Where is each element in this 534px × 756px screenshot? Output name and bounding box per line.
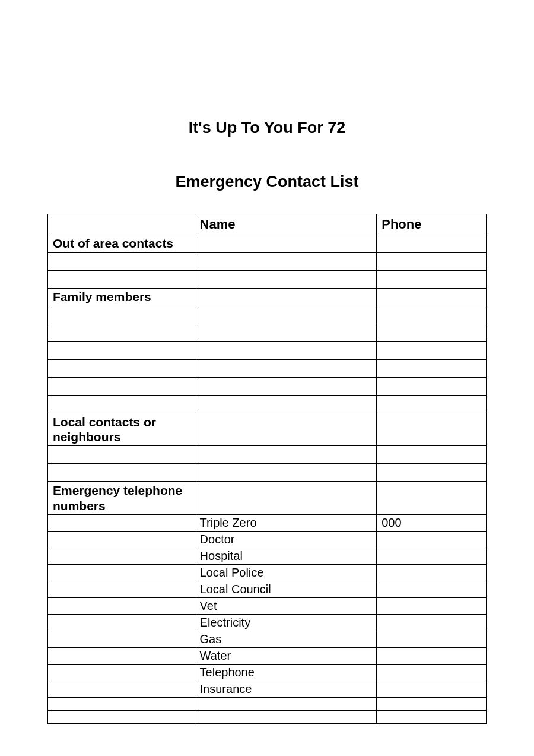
table-row [48,271,487,289]
table-row: Telephone [48,664,487,681]
cell-phone [377,482,487,514]
table-row: Water [48,647,487,664]
cell-phone [377,413,487,446]
cell-phone [377,631,487,647]
cell-phone [377,235,487,253]
cell-name: Hospital [195,548,377,564]
table-row: Local Council [48,581,487,597]
header-name: Name [195,214,377,235]
table-row: Vet [48,597,487,614]
cell-label [48,614,195,631]
cell-label [48,581,195,597]
cell-phone [377,697,487,710]
cell-phone [377,324,487,342]
cell-phone [377,464,487,482]
cell-phone [377,253,487,271]
cell-name [195,271,377,289]
cell-label [48,597,195,614]
cell-name: Electricity [195,614,377,631]
table-header-row: Name Phone [48,214,487,235]
header-label [48,214,195,235]
cell-name: Doctor [195,531,377,548]
table-row: Gas [48,631,487,647]
cell-name: Telephone [195,664,377,681]
table-row: Family members [48,289,487,306]
table-row: Insurance [48,681,487,697]
table-row: Out of area contacts [48,235,487,253]
cell-label [48,531,195,548]
cell-phone [377,446,487,464]
table-row [48,697,487,710]
table-row: Triple Zero000 [48,514,487,531]
table-body: Out of area contactsFamily membersLocal … [48,235,487,724]
cell-label [48,396,195,413]
cell-label: Out of area contacts [48,235,195,253]
document-title-2: Emergency Contact List [47,173,487,191]
cell-phone [377,396,487,413]
table-row: Emergency telephone numbers [48,482,487,514]
cell-phone [377,614,487,631]
cell-phone [377,360,487,378]
cell-name [195,342,377,360]
cell-name [195,464,377,482]
cell-label [48,647,195,664]
cell-name: Triple Zero [195,514,377,531]
table-row [48,342,487,360]
table-row [48,360,487,378]
cell-phone [377,306,487,324]
cell-label [48,681,195,697]
cell-phone [377,564,487,581]
cell-label [48,446,195,464]
cell-label [48,710,195,723]
table-row [48,446,487,464]
cell-name [195,253,377,271]
cell-label [48,271,195,289]
cell-label [48,697,195,710]
cell-phone [377,647,487,664]
cell-name [195,378,377,396]
table-row [48,464,487,482]
cell-label: Local contacts or neighbours [48,413,195,446]
cell-label [48,253,195,271]
cell-phone [377,664,487,681]
cell-name [195,235,377,253]
cell-phone [377,342,487,360]
cell-phone [377,581,487,597]
cell-phone [377,597,487,614]
cell-name [195,413,377,446]
cell-phone [377,378,487,396]
table-row [48,396,487,413]
table-row [48,710,487,723]
cell-phone [377,531,487,548]
cell-phone [377,681,487,697]
cell-label [48,548,195,564]
cell-name: Insurance [195,681,377,697]
cell-name [195,289,377,306]
cell-phone [377,548,487,564]
contact-table: Name Phone Out of area contactsFamily me… [47,214,487,724]
cell-phone: 000 [377,514,487,531]
table-row: Local contacts or neighbours [48,413,487,446]
cell-label [48,464,195,482]
cell-label: Family members [48,289,195,306]
cell-name [195,306,377,324]
cell-name [195,324,377,342]
cell-phone [377,289,487,306]
cell-label [48,342,195,360]
cell-label [48,514,195,531]
cell-label [48,664,195,681]
cell-name [195,697,377,710]
cell-name: Vet [195,597,377,614]
cell-label [48,306,195,324]
document-title-1: It's Up To You For 72 [47,119,487,137]
cell-phone [377,710,487,723]
table-row: Local Police [48,564,487,581]
cell-name [195,710,377,723]
cell-label [48,564,195,581]
table-row: Electricity [48,614,487,631]
cell-name: Local Police [195,564,377,581]
cell-name: Local Council [195,581,377,597]
cell-label [48,631,195,647]
cell-label [48,360,195,378]
cell-name [195,396,377,413]
